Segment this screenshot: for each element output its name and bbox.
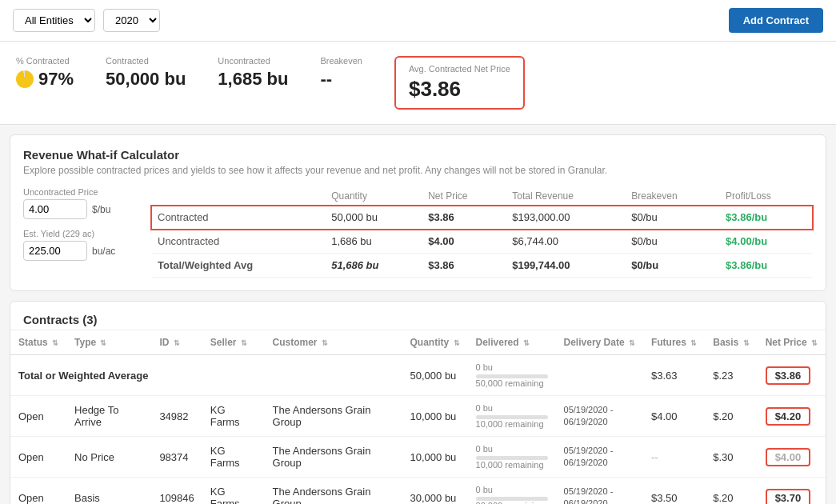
row-net-price-1: $4.00 xyxy=(758,437,826,478)
calc-cell-label-2: Total/Weighted Avg xyxy=(151,254,325,278)
breakeven-value: -- xyxy=(320,69,362,90)
delivered-remaining: 50,000 remaining xyxy=(476,378,548,388)
row-quantity-1: 10,000 bu xyxy=(402,437,468,478)
percent-contracted-label: % Contracted xyxy=(16,56,74,66)
calc-description: Explore possible contracted prices and y… xyxy=(23,165,813,176)
calc-col-quantity: Quantity xyxy=(325,187,422,206)
top-bar: All Entities Entity 1 Entity 2 2020 2019… xyxy=(0,0,836,42)
calc-col-breakeven: Breakeven xyxy=(625,187,719,206)
contracts-header: Contracts (3) xyxy=(10,302,826,330)
year-select[interactable]: 2020 2019 2018 xyxy=(103,9,160,32)
row-futures-2: $3.50 xyxy=(643,478,705,505)
col-delivery-date: Delivery Date ⇅ xyxy=(556,330,643,355)
col-net-price: Net Price ⇅ xyxy=(758,330,826,355)
weighted-avg-basis: $.23 xyxy=(705,355,757,396)
col-basis: Basis ⇅ xyxy=(705,330,757,355)
col-customer: Customer ⇅ xyxy=(265,330,402,355)
weighted-avg-quantity: 50,000 bu xyxy=(402,355,468,396)
est-yield-row: bu/ac xyxy=(23,241,135,261)
row-status-0: Open xyxy=(10,396,66,437)
avg-net-price-label: Avg. Contracted Net Price xyxy=(409,64,510,74)
est-yield-label: Est. Yield (229 ac) xyxy=(23,229,135,238)
row-futures-1: -- xyxy=(643,437,705,478)
contract-row-1: Open No Price 98374 KG Farms The Anderso… xyxy=(10,437,826,478)
row-futures-0: $4.00 xyxy=(643,396,705,437)
col-id: ID ⇅ xyxy=(151,330,202,355)
contracted-value: 50,000 bu xyxy=(106,69,186,90)
calc-cell-profit-0: $3.86/bu xyxy=(719,206,813,230)
uncontracted-label: Uncontracted xyxy=(218,56,288,66)
row-date-2: 05/19/2020 - 06/19/2020 xyxy=(556,478,643,505)
calc-body: Uncontracted Price $/bu Est. Yield (229 … xyxy=(23,187,813,278)
row-basis-2: $.20 xyxy=(705,478,757,505)
weighted-avg-label: Total or Weighted Average xyxy=(10,355,402,396)
col-type: Type ⇅ xyxy=(66,330,151,355)
row-seller-2: KG Farms xyxy=(202,478,265,505)
row-type-2: Basis xyxy=(66,478,151,505)
calc-cell-breakeven-2: $0/bu xyxy=(625,254,719,278)
avg-net-price-card: Avg. Contracted Net Price $3.86 xyxy=(394,56,525,110)
contracts-section: Contracts (3) Status ⇅ Type ⇅ ID ⇅ Selle… xyxy=(10,301,826,504)
row-status-1: Open xyxy=(10,437,66,478)
weighted-avg-row: Total or Weighted Average 50,000 bu 0 bu… xyxy=(10,355,826,396)
calc-cell-quantity-2: 51,686 bu xyxy=(325,254,422,278)
calculator-table: Quantity Net Price Total Revenue Breakev… xyxy=(151,187,813,278)
est-yield-input[interactable] xyxy=(23,241,87,261)
percent-contracted-value: 97% xyxy=(16,69,74,90)
uncontracted-price-input[interactable] xyxy=(23,199,87,219)
calc-col-netprice: Net Price xyxy=(422,187,506,206)
uncontracted-card: Uncontracted 1,685 bu xyxy=(218,56,288,110)
uncontracted-price-group: Uncontracted Price $/bu xyxy=(23,187,135,219)
uncontracted-value: 1,685 bu xyxy=(218,69,288,90)
row-net-price-0: $4.20 xyxy=(758,396,826,437)
weighted-avg-date xyxy=(556,355,643,396)
percent-contracted-card: % Contracted 97% xyxy=(16,56,74,110)
calc-col-profitloss: Profit/Loss xyxy=(719,187,813,206)
contracted-card: Contracted 50,000 bu xyxy=(106,56,186,110)
calc-cell-revenue-2: $199,744.00 xyxy=(506,254,625,278)
contract-row-2: Open Basis 109846 KG Farms The Andersons… xyxy=(10,478,826,505)
weighted-avg-delivered: 0 bu 50,000 remaining xyxy=(468,355,556,396)
row-date-1: 05/19/2020 - 06/19/2020 xyxy=(556,437,643,478)
calc-cell-label-1: Uncontracted xyxy=(151,230,325,254)
row-date-0: 05/19/2020 - 06/19/2020 xyxy=(556,396,643,437)
row-basis-0: $.20 xyxy=(705,396,757,437)
breakeven-label: Breakeven xyxy=(320,56,362,66)
calc-cell-netprice-1: $4.00 xyxy=(422,230,506,254)
uncontracted-price-unit: $/bu xyxy=(92,204,110,215)
row-customer-2: The Andersons Grain Group xyxy=(265,478,402,505)
add-contract-button[interactable]: Add Contract xyxy=(729,8,823,33)
calc-cell-profit-2: $3.86/bu xyxy=(719,254,813,278)
row-id-2: 109846 xyxy=(151,478,202,505)
col-delivered: Delivered ⇅ xyxy=(468,330,556,355)
calc-inputs: Uncontracted Price $/bu Est. Yield (229 … xyxy=(23,187,135,278)
row-seller-0: KG Farms xyxy=(202,396,265,437)
breakeven-card: Breakeven -- xyxy=(320,56,362,110)
row-type-0: Hedge To Arrive xyxy=(66,396,151,437)
row-basis-1: $.30 xyxy=(705,437,757,478)
calc-cell-netprice-2: $3.86 xyxy=(422,254,506,278)
pie-chart-icon xyxy=(16,70,34,88)
row-seller-1: KG Farms xyxy=(202,437,265,478)
row-customer-1: The Andersons Grain Group xyxy=(265,437,402,478)
calc-cell-breakeven-1: $0/bu xyxy=(625,230,719,254)
row-delivered-0: 0 bu 10,000 remaining xyxy=(468,396,556,437)
delivered-amount: 0 bu xyxy=(476,362,548,372)
est-yield-unit: bu/ac xyxy=(92,246,115,257)
row-quantity-0: 10,000 bu xyxy=(402,396,468,437)
contracts-title: Contracts (3) xyxy=(23,313,98,326)
row-customer-0: The Andersons Grain Group xyxy=(265,396,402,437)
row-id-0: 34982 xyxy=(151,396,202,437)
row-net-price-2: $3.70 xyxy=(758,478,826,505)
calc-cell-breakeven-0: $0/bu xyxy=(625,206,719,230)
entity-select[interactable]: All Entities Entity 1 Entity 2 xyxy=(13,9,95,32)
uncontracted-price-row: $/bu xyxy=(23,199,135,219)
col-futures: Futures ⇅ xyxy=(643,330,705,355)
col-quantity: Quantity ⇅ xyxy=(402,330,468,355)
calc-col-label xyxy=(151,187,325,206)
summary-cards: % Contracted 97% Contracted 50,000 bu Un… xyxy=(0,42,836,125)
calc-cell-label-0: Contracted xyxy=(151,206,325,230)
contracted-label: Contracted xyxy=(106,56,186,66)
row-id-1: 98374 xyxy=(151,437,202,478)
calc-cell-quantity-0: 50,000 bu xyxy=(325,206,422,230)
